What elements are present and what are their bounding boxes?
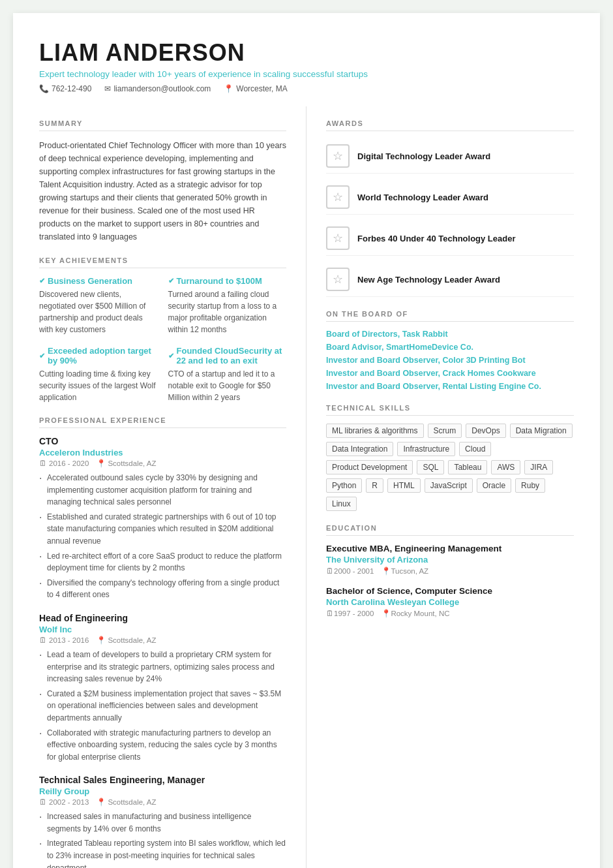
bullet-item: Increased sales in manufacturing and bus…: [39, 811, 286, 835]
experience-title: PROFESSIONAL EXPERIENCE: [39, 416, 286, 428]
job-bullets: Accelerated outbound sales cycle by 330%…: [39, 472, 286, 601]
awards-title: AWARDS: [326, 119, 574, 131]
edu-degree: Executive MBA, Engineering Management: [326, 544, 574, 553]
awards-list: ☆ Digital Technology Leader Award ☆ Worl…: [326, 139, 574, 297]
email-icon: ✉: [104, 84, 111, 93]
board-item: Board Advisor, SmartHomeDevice Co.: [326, 343, 574, 352]
achievement-item: Business GenerationDiscovered new client…: [39, 276, 158, 335]
achievement-text: Cutting loading time & fixing key securi…: [39, 368, 158, 403]
bullet-item: Lead a team of developers to build a pro…: [39, 649, 286, 685]
award-star-icon: ☆: [326, 268, 350, 291]
board-item: Investor and Board Observer, Color 3D Pr…: [326, 356, 574, 365]
job-title: Head of Engineering: [39, 613, 286, 623]
edu-degree: Bachelor of Science, Computer Science: [326, 586, 574, 596]
skill-tag: Linux: [326, 497, 357, 511]
edu-meta: 🗓2000 - 2001 📍Tucson, AZ: [326, 566, 574, 576]
skill-tag: Oracle: [477, 478, 511, 493]
achievement-heading: Turnaround to $100M: [168, 276, 287, 286]
job-location: 📍Scottsdale, AZ: [97, 636, 156, 645]
skill-tag: Ruby: [515, 478, 545, 493]
right-column: AWARDS ☆ Digital Technology Leader Award…: [306, 106, 574, 868]
experience-block: Head of Engineering Wolf Inc 🗓2013 - 201…: [39, 613, 286, 763]
experience-list: CTO Acceleron Industries 🗓2016 - 2020 📍S…: [39, 436, 286, 868]
skill-tag: ML libraries & algorithms: [326, 424, 424, 438]
contact-bar: 📞 762-12-490 ✉ liamanderson@outlook.com …: [39, 84, 574, 93]
resume-container: LIAM ANDERSON Expert technology leader w…: [13, 13, 600, 868]
skill-tag: Python: [326, 478, 362, 493]
achievement-item: Exceeded adoption target by 90%Cutting l…: [39, 346, 158, 403]
skill-tag: Data Integration: [326, 442, 393, 456]
summary-text: Product-orientated Chief Technology Offi…: [39, 139, 286, 243]
edu-date: 🗓2000 - 2001: [326, 567, 374, 575]
award-item: ☆ Digital Technology Leader Award: [326, 139, 574, 174]
award-name: World Technology Leader Award: [357, 193, 488, 202]
achievement-item: Founded CloudSecurity at 22 and led to a…: [168, 346, 287, 403]
candidate-tagline: Expert technology leader with 10+ years …: [39, 69, 574, 79]
job-bullets: Increased sales in manufacturing and bus…: [39, 811, 286, 868]
location-icon: 📍: [97, 798, 106, 807]
calendar-icon: 🗓: [326, 610, 334, 617]
calendar-icon: 🗓: [39, 798, 47, 806]
achievement-text: CTO of a startup and led it to a notable…: [168, 368, 287, 403]
edu-school: North Carolina Wesleyan College: [326, 597, 574, 607]
bullet-item: Curated a $2M business implementation pr…: [39, 688, 286, 724]
job-bullets: Lead a team of developers to build a pro…: [39, 649, 286, 763]
education-list: Executive MBA, Engineering Management Th…: [326, 544, 574, 618]
skill-tag: Scrum: [428, 424, 462, 438]
achievement-heading: Founded CloudSecurity at 22 and led to a…: [168, 346, 287, 365]
award-item: ☆ World Technology Leader Award: [326, 180, 574, 215]
job-date: 🗓2016 - 2020: [39, 459, 89, 467]
award-star-icon: ☆: [326, 226, 350, 250]
job-company: Acceleron Industries: [39, 448, 286, 457]
skill-tag: Data Migration: [510, 424, 573, 438]
skill-tag: Tableau: [448, 460, 487, 474]
job-location: 📍Scottsdale, AZ: [97, 459, 156, 468]
location-contact: 📍 Worcester, MA: [224, 84, 287, 93]
header-section: LIAM ANDERSON Expert technology leader w…: [39, 39, 574, 93]
bullet-item: Accelerated outbound sales cycle by 330%…: [39, 472, 286, 508]
edu-location: 📍Tucson, AZ: [381, 566, 428, 576]
job-title: Technical Sales Engineering, Manager: [39, 775, 286, 785]
board-item: Investor and Board Observer, Rental List…: [326, 382, 574, 391]
skill-tag: Cloud: [459, 442, 491, 456]
skill-tag: JavaScript: [425, 478, 473, 493]
skill-tag: DevOps: [466, 424, 505, 438]
location-icon: 📍: [97, 459, 106, 468]
skill-tag: SQL: [417, 460, 444, 474]
board-list: Board of Directors, Task RabbitBoard Adv…: [326, 330, 574, 391]
skills-container: ML libraries & algorithmsScrumDevOpsData…: [326, 424, 574, 511]
achievements-grid: Business GenerationDiscovered new client…: [39, 276, 286, 403]
edu-date: 🗓1997 - 2000: [326, 610, 374, 617]
achievements-title: KEY ACHIEVEMENTS: [39, 256, 286, 268]
bullet-item: Led re-architect effort of a core SaaS p…: [39, 550, 286, 574]
education-block: Executive MBA, Engineering Management Th…: [326, 544, 574, 576]
board-item: Investor and Board Observer, Crack Homes…: [326, 369, 574, 378]
bullet-item: Integrated Tableau reporting system into…: [39, 837, 286, 868]
award-name: New Age Technology Leader Award: [357, 275, 500, 285]
achievement-heading: Business Generation: [39, 276, 158, 286]
achievement-heading: Exceeded adoption target by 90%: [39, 346, 158, 365]
award-star-icon: ☆: [326, 144, 350, 168]
skill-tag: JIRA: [524, 460, 553, 474]
skill-tag: R: [366, 478, 383, 493]
location-icon: 📍: [381, 567, 391, 575]
board-item: Board of Directors, Task Rabbit: [326, 330, 574, 339]
skill-tag: Infrastructure: [397, 442, 455, 456]
bullet-item: Collaborated with strategic manufacturin…: [39, 727, 286, 764]
experience-block: CTO Acceleron Industries 🗓2016 - 2020 📍S…: [39, 436, 286, 601]
job-meta: 🗓2016 - 2020 📍Scottsdale, AZ: [39, 459, 286, 468]
job-meta: 🗓2013 - 2016 📍Scottsdale, AZ: [39, 636, 286, 645]
skill-tag: Product Development: [326, 460, 413, 474]
job-company: Reilly Group: [39, 786, 286, 796]
calendar-icon: 🗓: [39, 459, 47, 467]
award-star-icon: ☆: [326, 185, 350, 209]
phone-contact: 📞 762-12-490: [39, 84, 91, 93]
achievement-text: Turned around a failing cloud security s…: [168, 288, 287, 335]
award-name: Forbes 40 Under 40 Technology Leader: [357, 234, 516, 243]
edu-meta: 🗓1997 - 2000 📍Rocky Mount, NC: [326, 609, 574, 618]
skill-tag: HTML: [387, 478, 421, 493]
candidate-name: LIAM ANDERSON: [39, 39, 574, 67]
skills-title: TECHNICAL SKILLS: [326, 404, 574, 416]
summary-title: SUMMARY: [39, 119, 286, 131]
calendar-icon: 🗓: [326, 567, 334, 575]
